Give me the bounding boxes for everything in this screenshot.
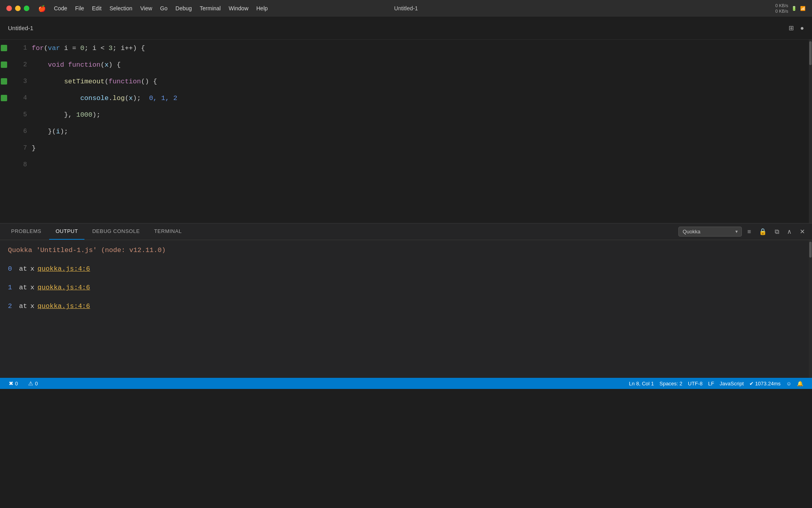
token: log	[113, 94, 125, 102]
line-number-4: 4	[12, 90, 27, 106]
timing-item: ✔ 1073.24ms	[747, 378, 783, 389]
output-value: 1	[8, 284, 16, 291]
language-item[interactable]: JavaScript	[717, 378, 746, 389]
token: function	[109, 78, 141, 85]
line-number-2: 2	[12, 56, 27, 73]
tab-output[interactable]: OUTPUT	[49, 223, 84, 240]
menu-edit[interactable]: Edit	[88, 4, 105, 13]
line-indicator-3	[0, 73, 8, 90]
cursor-position[interactable]: Ln 8, Col 1	[626, 378, 656, 389]
editor-area: 12345678 for(var i = 0; i < 3; i++) { vo…	[0, 40, 812, 223]
output-line: 2 at x quokka.js:4:6	[8, 302, 804, 310]
output-link[interactable]: quokka.js:4:6	[38, 302, 90, 310]
tab-problems[interactable]: PROBLEMS	[5, 223, 48, 240]
panel-scrollbar-thumb[interactable]	[809, 242, 812, 258]
menu-go[interactable]: Go	[156, 4, 172, 13]
apple-menu[interactable]: 🍎	[34, 3, 50, 14]
line-number-7: 7	[12, 140, 27, 156]
window-title: Untitled-1	[394, 5, 418, 12]
close-panel-icon[interactable]: ✕	[797, 226, 807, 237]
output-lines: 0 at x quokka.js:4:61 at x quokka.js:4:6…	[8, 265, 804, 310]
code-line-4: console.log(x); 0, 1, 2	[32, 90, 809, 106]
split-editor-icon[interactable]: ⊞	[789, 24, 794, 32]
output-source-dropdown-wrapper: Quokka Git Extension Host ▼	[678, 227, 742, 237]
panel-scrollbar[interactable]	[809, 240, 812, 378]
traffic-lights	[6, 6, 29, 11]
breakpoint-indicator[interactable]	[1, 78, 7, 85]
statusbar-left: ✖ 0 ⚠ 0	[6, 378, 40, 389]
token	[32, 61, 48, 69]
filter-output-icon[interactable]: ≡	[745, 227, 753, 237]
spaces-item[interactable]: Spaces: 2	[657, 378, 685, 389]
token: }	[32, 144, 36, 152]
titlebar-right: 0 KB/s 0 KB/s 🔋 📶	[776, 3, 806, 14]
warnings-item[interactable]: ⚠ 0	[26, 378, 40, 389]
output-value: 0	[8, 265, 16, 273]
tab-debug-console[interactable]: DEBUG CONSOLE	[86, 223, 146, 240]
maximize-button[interactable]	[24, 6, 29, 11]
token: (	[44, 44, 48, 52]
tab-terminal[interactable]: TERMINAL	[148, 223, 188, 240]
statusbar-right: Ln 8, Col 1 Spaces: 2 UTF-8 LF JavaScrip…	[626, 378, 806, 389]
titlebar: 🍎 Code File Edit Selection View Go Debug…	[0, 0, 812, 17]
scrollbar-thumb[interactable]	[809, 41, 812, 65]
token: 0	[80, 44, 84, 52]
editor-toolbar: ⊞ ●	[789, 24, 804, 32]
menu-view[interactable]: View	[136, 4, 156, 13]
line-number-8: 8	[12, 156, 27, 173]
menubar: 🍎 Code File Edit Selection View Go Debug…	[34, 3, 272, 14]
editor-tab-bar: Untitled-1 ⊞ ●	[0, 17, 812, 40]
lock-output-icon[interactable]: 🔒	[756, 226, 769, 237]
token: ; i++) {	[113, 44, 145, 52]
menu-debug[interactable]: Debug	[172, 4, 196, 13]
encoding-item[interactable]: UTF-8	[686, 378, 705, 389]
code-line-8	[32, 156, 809, 173]
close-button[interactable]	[6, 6, 12, 11]
token: 1000	[76, 111, 92, 119]
collapse-panel-icon[interactable]: ∧	[785, 226, 794, 237]
output-link[interactable]: quokka.js:4:6	[38, 265, 90, 273]
bell-icon[interactable]: 🔔	[795, 378, 806, 389]
more-icon[interactable]: ●	[800, 25, 804, 32]
copy-output-icon[interactable]: ⧉	[772, 227, 781, 237]
breakpoint-indicator[interactable]	[1, 95, 7, 101]
panel-actions: Quokka Git Extension Host ▼ ≡ 🔒 ⧉ ∧ ✕	[678, 226, 807, 237]
menu-code[interactable]: Code	[50, 4, 71, 13]
smiley-icon[interactable]: ☺	[784, 378, 794, 389]
eol-item[interactable]: LF	[706, 378, 716, 389]
menu-selection[interactable]: Selection	[105, 4, 136, 13]
editor-tab[interactable]: Untitled-1	[8, 25, 33, 31]
line-indicator-5	[0, 106, 8, 123]
error-icon: ✖	[9, 380, 13, 387]
errors-item[interactable]: ✖ 0	[6, 378, 20, 389]
breakpoint-indicator[interactable]	[1, 45, 7, 51]
token: .	[109, 94, 113, 102]
token: x	[129, 94, 133, 102]
output-at: at	[19, 302, 27, 310]
line-indicator-7	[0, 140, 8, 156]
token: setTimeout	[64, 78, 105, 85]
token: );	[60, 128, 68, 135]
code-line-3: setTimeout(function() {	[32, 73, 809, 90]
minimize-button[interactable]	[15, 6, 21, 11]
output-at: at	[19, 284, 27, 291]
line-number-5: 5	[12, 106, 27, 123]
scrollbar[interactable]	[809, 40, 812, 223]
code-line-6: }(i);	[32, 123, 809, 140]
network-stats: 0 KB/s 0 KB/s	[776, 3, 788, 14]
output-header: Quokka 'Untitled-1.js' (node: v12.11.0)	[8, 246, 804, 254]
menu-terminal[interactable]: Terminal	[196, 4, 225, 13]
token: ; i <	[84, 44, 109, 52]
output-link[interactable]: quokka.js:4:6	[38, 284, 90, 291]
warning-icon: ⚠	[28, 380, 33, 387]
menu-file[interactable]: File	[71, 4, 88, 13]
code-area[interactable]: for(var i = 0; i < 3; i++) { void functi…	[32, 40, 809, 223]
menu-help[interactable]: Help	[253, 4, 272, 13]
line-indicators	[0, 40, 12, 223]
line-number-6: 6	[12, 123, 27, 140]
output-source-dropdown[interactable]: Quokka Git Extension Host	[678, 227, 742, 237]
menu-window[interactable]: Window	[225, 4, 253, 13]
line-indicator-4	[0, 90, 8, 106]
breakpoint-indicator[interactable]	[1, 62, 7, 68]
output-line: 1 at x quokka.js:4:6	[8, 284, 804, 291]
